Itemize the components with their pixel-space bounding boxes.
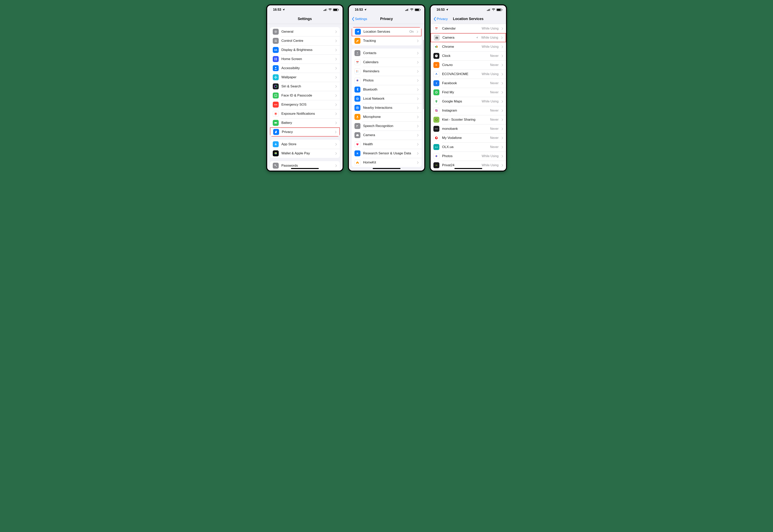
row-emergency-sos[interactable]: SOS Emergency SOS (270, 100, 340, 109)
row-instagram[interactable]: Instagram Never (431, 106, 506, 115)
row-photos[interactable]: Photos (352, 76, 421, 85)
row-tracking[interactable]: Tracking (352, 36, 421, 45)
svg-rect-68 (436, 37, 437, 37)
svg-point-81 (437, 110, 437, 110)
cellular-signal-icon (405, 9, 409, 11)
row-homekit[interactable]: HomeKit (352, 158, 421, 167)
svg-text:OLX: OLX (435, 146, 438, 148)
speech-icon (354, 123, 360, 129)
svg-rect-8 (275, 59, 276, 60)
chevron-right-icon (501, 82, 503, 85)
row-app-store[interactable]: App Store (270, 140, 340, 149)
row-ecovacshome[interactable]: ECOVACSHOME While Using (431, 70, 506, 79)
back-button[interactable]: Privacy (432, 14, 449, 24)
clock-icon (433, 53, 439, 59)
row-accessibility[interactable]: Accessibility (270, 64, 340, 73)
row-google-maps[interactable]: Google Maps While Using (431, 97, 506, 106)
home-indicator[interactable] (373, 168, 400, 169)
row-label: Nearby Interactions (363, 106, 414, 110)
row-label: Privat24 (442, 163, 479, 167)
row-label: monobank (442, 127, 487, 131)
home-indicator[interactable] (291, 168, 319, 169)
row-label: Google Maps (442, 99, 479, 103)
row-privacy[interactable]: Privacy (270, 127, 340, 137)
siri-icon (273, 83, 279, 89)
svg-rect-9 (276, 59, 277, 60)
battery-icon (273, 120, 279, 126)
row-chrome[interactable]: Chrome While Using (431, 42, 506, 51)
calendar-icon: 17 (433, 26, 439, 32)
row-calendar[interactable]: 17 Calendar While Using (431, 24, 506, 33)
row-clock[interactable]: Clock Never (431, 51, 506, 60)
row-label: Kiwi - Scooter Sharing (442, 118, 487, 122)
research-icon: ℝ (354, 150, 360, 156)
svg-point-11 (275, 77, 276, 78)
row-wallpaper[interactable]: Wallpaper (270, 73, 340, 82)
svg-rect-7 (276, 58, 277, 59)
row-siri-search[interactable]: Siri & Search (270, 82, 340, 91)
privacy-group: Location Services On Tracking (352, 27, 421, 45)
svg-point-16 (274, 85, 277, 88)
phone-location-services: 16:53 Privacy Location Services 17 Calen… (430, 4, 507, 172)
svg-point-13 (275, 78, 276, 79)
page-title: Privacy (380, 17, 393, 21)
row-facebook[interactable]: f Facebook Never (431, 79, 506, 88)
scrollbar[interactable] (423, 40, 424, 109)
ecovacs-icon (433, 71, 439, 77)
gear-icon (273, 29, 279, 35)
row-label: Wallet & Apple Pay (282, 151, 332, 155)
row-control-centre[interactable]: Control Centre (270, 36, 340, 45)
row-photos[interactable]: Photos While Using (431, 152, 506, 161)
chevron-right-icon (335, 112, 337, 115)
row-silpo[interactable]: C Сільпо Never (431, 60, 506, 70)
row-raiffeisen[interactable]: Raiffeisen Never (431, 170, 506, 171)
row-display-brightness[interactable]: AA Display & Brightness (270, 45, 340, 54)
row-contacts[interactable]: Contacts (352, 49, 421, 58)
chevron-right-icon (417, 106, 419, 109)
chevron-right-icon (501, 54, 503, 57)
chevron-right-icon (417, 30, 418, 33)
row-label: Microphone (363, 115, 414, 119)
back-button[interactable]: Settings (351, 14, 368, 24)
row-olx[interactable]: OLX OLX.ua Never (431, 142, 506, 152)
vodafone-icon (433, 135, 439, 141)
chevron-right-icon (417, 39, 419, 42)
status-indicators (324, 8, 338, 11)
row-battery[interactable]: Battery (270, 118, 340, 127)
chevron-right-icon (417, 52, 419, 55)
row-faceid-passcode[interactable]: Face ID & Passcode (270, 91, 340, 100)
chevron-right-icon (501, 73, 503, 76)
row-bluetooth[interactable]: Bluetooth (352, 85, 421, 94)
row-general[interactable]: General (270, 27, 340, 36)
chevron-right-icon (501, 45, 503, 48)
row-camera[interactable]: Camera While Using (431, 33, 506, 42)
row-wallet-applepay[interactable]: Wallet & Apple Pay (270, 149, 340, 158)
row-value: While Using (482, 100, 498, 103)
row-value: While Using (482, 154, 498, 158)
row-label: Research Sensor & Usage Data (363, 151, 414, 155)
row-camera[interactable]: Camera (352, 131, 421, 140)
home-indicator[interactable] (454, 168, 482, 169)
row-nearby-interactions[interactable]: Nearby Interactions (352, 103, 421, 112)
battery-icon (496, 9, 502, 11)
row-label: Emergency SOS (282, 103, 332, 107)
row-myvodafone[interactable]: My Vodafone Never (431, 133, 506, 142)
row-findmy[interactable]: Find My Never (431, 88, 506, 97)
row-health[interactable]: Health (352, 140, 421, 149)
row-location-services[interactable]: Location Services On (352, 27, 421, 36)
row-label: Local Network (363, 97, 414, 101)
row-calendars[interactable]: 17 Calendars (352, 58, 421, 67)
row-speech-recognition[interactable]: Speech Recognition (352, 121, 421, 131)
chevron-right-icon (335, 67, 337, 70)
row-exposure-notifications[interactable]: Exposure Notifications (270, 109, 340, 118)
row-research-sensor[interactable]: ℝ Research Sensor & Usage Data (352, 149, 421, 158)
svg-line-29 (275, 114, 275, 115)
row-reminders[interactable]: Reminders (352, 67, 421, 76)
privacy-group: Contacts 17 Calendars Reminders Photos (352, 49, 421, 167)
row-local-network[interactable]: Local Network (352, 94, 421, 103)
row-kiwi[interactable]: Kiwi - Scooter Sharing Never (431, 115, 506, 124)
row-microphone[interactable]: Microphone (352, 112, 421, 121)
row-label: General (282, 30, 332, 34)
row-home-screen[interactable]: Home Screen (270, 54, 340, 64)
row-monobank[interactable]: mono monobank Never (431, 124, 506, 133)
